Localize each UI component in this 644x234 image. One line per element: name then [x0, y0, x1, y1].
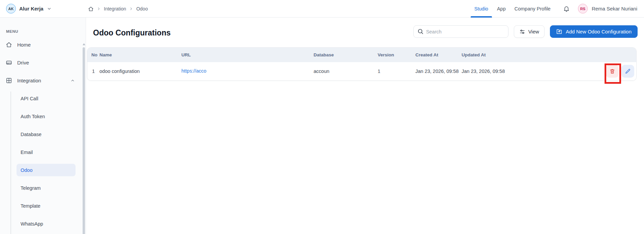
sidebar-scrollbar[interactable] [83, 47, 85, 234]
cell-actions [605, 65, 637, 78]
main-content: Odoo Configurations View Add New Odoo Co… [86, 18, 644, 234]
pencil-icon [625, 68, 631, 74]
tab-studio-label: Studio [474, 6, 488, 11]
breadcrumb-item-integration[interactable]: Integration [104, 6, 126, 11]
user-menu[interactable]: RS Rema Sekar Nuriani [578, 4, 637, 14]
column-header-url: URL [181, 52, 314, 57]
add-new-odoo-configuration-button[interactable]: Add New Odoo Configuration [550, 25, 638, 38]
user-avatar: RS [578, 4, 588, 14]
cell-database: accoun [314, 69, 378, 74]
tab-company-profile-label: Company Profile [515, 6, 551, 11]
drive-icon [6, 59, 12, 66]
sidebar-subitem-label: Template [21, 203, 40, 209]
sidebar-indent-guide [10, 92, 11, 234]
sidebar-subitem-label: WhatsApp [21, 221, 43, 227]
sidebar-item-integration[interactable]: Integration [0, 72, 86, 89]
view-button[interactable]: View [514, 25, 545, 38]
folder-add-icon [556, 28, 562, 35]
search-input[interactable] [413, 25, 508, 38]
cell-no: 1 [87, 69, 99, 74]
sidebar-item-label: Integration [17, 78, 41, 83]
cell-updated-at: Jan 23, 2026, 09:58 [462, 69, 605, 74]
topbar: AK Alur Kerja Integration Odoo Studio Ap… [0, 0, 644, 18]
column-header-version: Version [378, 52, 415, 57]
cell-created-at: Jan 23, 2026, 09:58 [415, 69, 462, 74]
sidebar-item-label: Drive [17, 60, 29, 66]
odoo-configurations-table: No Name URL Database Version Created At … [87, 47, 637, 81]
user-name: Rema Sekar Nuriani [592, 6, 637, 11]
user-initials: RS [580, 7, 585, 11]
chevron-up-icon [70, 78, 75, 83]
trash-icon [609, 68, 615, 74]
column-header-created-at: Created At [415, 52, 462, 57]
sidebar-item-label: Home [17, 42, 31, 48]
integration-icon [6, 77, 12, 84]
sidebar-section-label: MENU [6, 29, 86, 34]
table-row: 1 odoo configuration https://acco accoun… [87, 62, 636, 80]
edit-button[interactable] [621, 65, 634, 78]
sidebar-item-database[interactable]: Database [0, 125, 86, 143]
sidebar-item-drive[interactable]: Drive [0, 54, 86, 72]
sidebar-item-telegram[interactable]: Telegram [0, 179, 86, 197]
tab-studio[interactable]: Studio [470, 0, 493, 18]
home-icon [6, 42, 12, 48]
breadcrumb-item-odoo[interactable]: Odoo [136, 6, 148, 11]
cell-version: 1 [378, 69, 415, 74]
sidebar-subitem-label: Telegram [21, 185, 41, 191]
search-icon [417, 28, 424, 35]
delete-button[interactable] [606, 65, 619, 78]
sidebar-item-whatsapp[interactable]: WhatsApp [0, 215, 86, 233]
sidebar-item-api-call[interactable]: API Call [0, 89, 86, 107]
sidebar-subitem-label: Database [21, 132, 41, 137]
column-header-no: No [87, 52, 99, 57]
sidebar-item-auth-token[interactable]: Auth Token [0, 107, 86, 125]
sidebar-subitem-label: Email [21, 150, 33, 155]
chevron-down-icon [47, 6, 52, 11]
workspace-initials: AK [8, 7, 14, 11]
sliders-icon [519, 29, 525, 35]
cell-name: odoo configuration [99, 69, 181, 74]
tab-app-label: App [497, 6, 506, 11]
search-box [413, 25, 508, 38]
page-title: Odoo Configurations [93, 28, 171, 37]
cell-url-link[interactable]: https://acco [181, 68, 206, 74]
tab-company-profile[interactable]: Company Profile [510, 0, 555, 18]
column-header-updated-at: Updated At [462, 52, 605, 57]
chevron-right-icon [129, 7, 133, 11]
toolbar: View Add New Odoo Configuration [413, 25, 638, 38]
chevron-right-icon [97, 7, 101, 11]
sidebar: MENU Home Drive Integration API Call Aut… [0, 18, 86, 234]
workspace-switcher[interactable]: AK Alur Kerja [6, 4, 52, 14]
sidebar-subitem-label: API Call [21, 96, 38, 101]
home-icon[interactable] [88, 6, 94, 12]
workspace-name: Alur Kerja [19, 6, 43, 11]
sidebar-item-odoo[interactable]: Odoo [0, 161, 86, 179]
topbar-right: Studio App Company Profile RS Rema Sekar… [470, 0, 637, 18]
sidebar-item-home[interactable]: Home [0, 36, 86, 54]
tab-app[interactable]: App [493, 0, 510, 18]
sidebar-item-template[interactable]: Template [0, 197, 86, 215]
sidebar-subitem-label: Auth Token [21, 114, 45, 119]
bell-icon[interactable] [563, 5, 570, 12]
column-header-database: Database [314, 52, 378, 57]
table-header-row: No Name URL Database Version Created At … [87, 48, 636, 62]
breadcrumb: Integration Odoo [88, 0, 148, 18]
scrollbar-up-arrow[interactable] [83, 43, 85, 45]
view-button-label: View [528, 29, 539, 34]
add-button-label: Add New Odoo Configuration [566, 29, 632, 34]
sidebar-subitem-label: Odoo [21, 167, 32, 173]
column-header-name: Name [99, 52, 181, 57]
sidebar-item-email[interactable]: Email [0, 143, 86, 161]
workspace-avatar: AK [6, 4, 16, 14]
